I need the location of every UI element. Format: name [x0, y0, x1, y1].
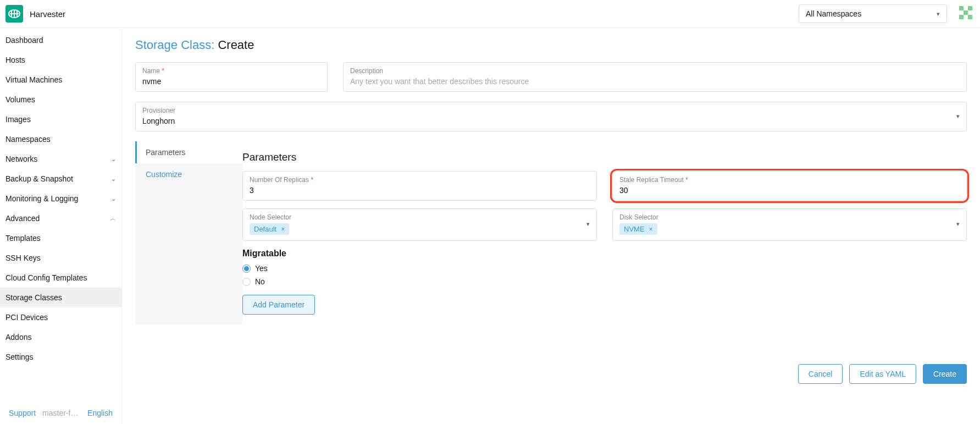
page-title: Storage Class: Create: [135, 38, 967, 52]
tabs-container: Parameters Customize Parameters Number O…: [135, 141, 967, 324]
footer-actions: Cancel Edit as YAML Create: [135, 364, 967, 384]
nav-cloud-config-templates[interactable]: Cloud Config Templates: [0, 268, 121, 288]
panel-title: Parameters: [242, 151, 967, 163]
nav-virtual-machines[interactable]: Virtual Machines: [0, 70, 121, 90]
stale-replica-timeout-input[interactable]: [619, 186, 960, 195]
chevron-down-icon: ⌄: [111, 156, 116, 163]
support-link[interactable]: Support: [9, 409, 36, 417]
svg-rect-5: [968, 15, 972, 19]
node-selector-field[interactable]: Node Selector Default× ▾: [242, 208, 597, 241]
language-selector[interactable]: English: [87, 409, 113, 417]
tab-customize[interactable]: Customize: [137, 163, 242, 185]
chevron-up-icon: ︿: [110, 214, 116, 223]
svg-rect-3: [964, 10, 968, 15]
nav-networks[interactable]: Networks⌄: [0, 149, 121, 169]
remove-tag-icon[interactable]: ×: [649, 225, 653, 233]
provisioner-select[interactable]: Provisioner Longhorn ▾: [135, 102, 967, 131]
radio-icon: [242, 278, 251, 286]
nav-storage-classes[interactable]: Storage Classes: [0, 288, 121, 307]
nav-backup-snapshot[interactable]: Backup & Snapshot⌄: [0, 169, 121, 189]
cancel-button[interactable]: Cancel: [798, 364, 843, 384]
chevron-down-icon: ▾: [937, 10, 940, 18]
provisioner-value: Longhorn: [142, 117, 956, 125]
page-action: Create: [218, 38, 254, 52]
description-input[interactable]: [350, 77, 960, 86]
nav-hosts[interactable]: Hosts: [0, 50, 121, 70]
stale-label: Stale Replica Timeout: [619, 176, 684, 184]
replicas-field[interactable]: Number Of Replicas *: [242, 171, 597, 201]
sidebar-nav: Dashboard Hosts Virtual Machines Volumes…: [0, 28, 121, 402]
svg-rect-4: [959, 15, 964, 19]
node-selector-tag[interactable]: Default×: [250, 223, 289, 235]
chevron-down-icon: ⌄: [111, 175, 116, 183]
migratable-no[interactable]: No: [242, 277, 967, 286]
disk-selector-tag[interactable]: NVME×: [619, 223, 657, 235]
name-input[interactable]: [142, 77, 320, 86]
disk-selector-label: Disk Selector: [619, 213, 956, 221]
nav-images[interactable]: Images: [0, 109, 121, 129]
sidebar: Dashboard Hosts Virtual Machines Volumes…: [0, 28, 122, 424]
chevron-down-icon: ▾: [586, 221, 590, 228]
description-label: Description: [350, 67, 960, 75]
breadcrumb[interactable]: Storage Class:: [135, 38, 214, 52]
nav-advanced[interactable]: Advanced︿: [0, 208, 121, 228]
user-avatar[interactable]: [957, 5, 975, 23]
replicas-label: Number Of Replicas: [250, 176, 309, 184]
chevron-down-icon: ▾: [956, 221, 960, 228]
nav-addons[interactable]: Addons: [0, 327, 121, 347]
name-label: Name: [142, 67, 160, 75]
svg-rect-2: [968, 6, 972, 10]
name-field[interactable]: Name *: [135, 62, 328, 92]
edit-as-yaml-button[interactable]: Edit as YAML: [849, 364, 916, 384]
tab-nav: Parameters Customize: [135, 141, 242, 324]
sidebar-footer: Support master-f… English: [0, 402, 121, 424]
chevron-down-icon: ▾: [956, 113, 960, 120]
namespace-selector[interactable]: All Namespaces ▾: [799, 4, 947, 23]
brand-logo: [5, 5, 23, 23]
nav-pci-devices[interactable]: PCI Devices: [0, 307, 121, 327]
stale-replica-timeout-field[interactable]: Stale Replica Timeout *: [612, 171, 967, 201]
tab-panel-parameters: Parameters Number Of Replicas * Stale Re…: [242, 141, 967, 324]
nav-settings[interactable]: Settings: [0, 347, 121, 367]
nav-templates[interactable]: Templates: [0, 228, 121, 248]
remove-tag-icon[interactable]: ×: [281, 225, 285, 233]
app-header: Harvester All Namespaces ▾: [0, 0, 980, 28]
disk-selector-field[interactable]: Disk Selector NVME× ▾: [612, 208, 967, 241]
version-text: master-f…: [42, 409, 78, 417]
migratable-label: Migratable: [242, 249, 967, 258]
create-button[interactable]: Create: [923, 364, 967, 384]
migratable-radio-group: Yes No: [242, 264, 967, 286]
main-content: Storage Class: Create Name * Description…: [122, 28, 980, 424]
tab-parameters[interactable]: Parameters: [135, 141, 242, 163]
namespace-selector-value: All Namespaces: [806, 9, 861, 18]
radio-icon: [242, 265, 251, 273]
nav-monitoring-logging[interactable]: Monitoring & Logging⌄: [0, 189, 121, 208]
provisioner-label: Provisioner: [142, 107, 956, 114]
description-field[interactable]: Description: [343, 62, 967, 92]
svg-rect-1: [959, 6, 964, 10]
nav-namespaces[interactable]: Namespaces: [0, 129, 121, 149]
nav-ssh-keys[interactable]: SSH Keys: [0, 248, 121, 268]
nav-dashboard[interactable]: Dashboard: [0, 30, 121, 50]
migratable-yes[interactable]: Yes: [242, 264, 967, 273]
node-selector-label: Node Selector: [250, 213, 586, 221]
chevron-down-icon: ⌄: [111, 195, 116, 202]
nav-volumes[interactable]: Volumes: [0, 90, 121, 109]
brand-name: Harvester: [30, 9, 65, 19]
replicas-input[interactable]: [250, 186, 590, 195]
add-parameter-button[interactable]: Add Parameter: [242, 295, 315, 315]
